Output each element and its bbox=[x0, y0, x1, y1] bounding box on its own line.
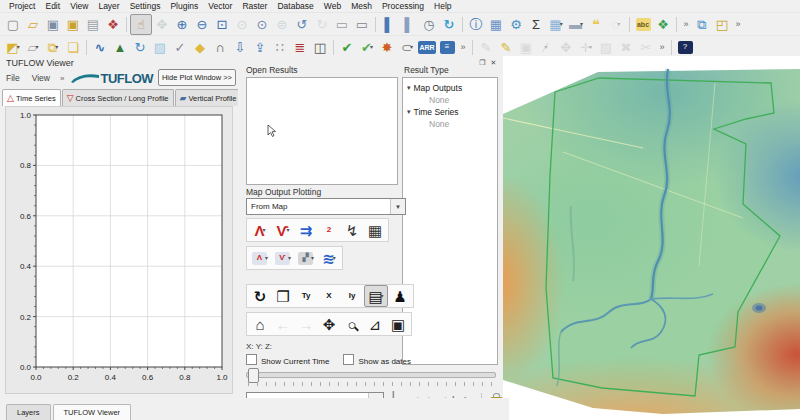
toolbar-overflow-icon[interactable]: » bbox=[732, 15, 744, 34]
new-bookmark-icon[interactable]: ▌ bbox=[379, 15, 399, 34]
tree-collapse-icon[interactable]: ▾ bbox=[407, 108, 411, 116]
map-tips-icon[interactable]: ❝ bbox=[586, 15, 606, 34]
plot-timeseries-icon[interactable]: Λ▾ bbox=[249, 220, 271, 240]
select-by-value-icon[interactable]: ⧉▾ bbox=[43, 38, 63, 57]
menu-vector[interactable]: Vector bbox=[203, 1, 237, 11]
field-calculator-icon[interactable]: ▦▾ bbox=[546, 15, 566, 34]
osm-plugin-icon[interactable]: ✸ bbox=[377, 38, 397, 57]
style-manager-icon[interactable]: ❖ bbox=[103, 15, 123, 34]
clear-plot-icon[interactable]: ❐ bbox=[272, 286, 294, 306]
menu-mesh[interactable]: Mesh bbox=[346, 1, 377, 11]
checkbox-icon[interactable] bbox=[246, 354, 257, 365]
new-project-icon[interactable]: ▢ bbox=[3, 15, 23, 34]
tuflow-menu-overflow[interactable]: » bbox=[56, 74, 68, 83]
map-canvas[interactable] bbox=[503, 56, 800, 420]
tree-node[interactable]: ▾Map Outputs bbox=[407, 82, 462, 94]
time-slider-handle[interactable] bbox=[248, 368, 259, 383]
legend-options-icon[interactable]: ▤▾ bbox=[364, 285, 388, 307]
dock-close-icon[interactable]: ✕ bbox=[489, 58, 498, 67]
checkbox-icon[interactable] bbox=[343, 354, 354, 365]
options-gear-icon[interactable]: ⚙ bbox=[506, 15, 526, 34]
python-console-icon[interactable]: ∿ bbox=[90, 38, 110, 57]
new-print-layout-icon[interactable]: ▤ bbox=[83, 15, 103, 34]
identify-features-icon[interactable]: ⓘ bbox=[466, 15, 486, 34]
menu-raster[interactable]: Raster bbox=[237, 1, 272, 11]
cursor-trace-icon[interactable]: ↯ bbox=[341, 220, 363, 240]
menu-view[interactable]: View bbox=[65, 1, 93, 11]
tuflow-menu-file[interactable]: File bbox=[0, 73, 26, 83]
temporal-controller-icon[interactable]: ◷ bbox=[419, 15, 439, 34]
attachment-icon[interactable]: ⊂▾ bbox=[397, 38, 417, 57]
menu-project[interactable]: Project bbox=[4, 1, 40, 11]
raster-terrain-icon[interactable]: ▲ bbox=[110, 38, 130, 57]
tab-cross-section-long-profile[interactable]: ▽Cross Section / Long Profile bbox=[62, 89, 174, 106]
menu-plugins[interactable]: Plugins bbox=[165, 1, 203, 11]
tree-node[interactable]: ▾Time Series bbox=[407, 106, 462, 118]
home-view-icon[interactable]: ⌂ bbox=[249, 314, 271, 334]
select-by-location-icon[interactable]: ❏ bbox=[63, 38, 83, 57]
select-features-icon[interactable]: ◩▾ bbox=[3, 38, 23, 57]
user-plot-icon[interactable]: ♟ bbox=[389, 286, 411, 306]
menu-settings[interactable]: Settings bbox=[125, 1, 166, 11]
pan-plot-icon[interactable]: ✥ bbox=[318, 314, 340, 334]
refresh-plot-icon[interactable]: ↻ bbox=[249, 286, 271, 306]
curtain-plot-icon[interactable]: ≋▾ bbox=[318, 248, 340, 268]
arr-plugin-icon[interactable]: ARR bbox=[417, 38, 437, 57]
stripes-legend-icon[interactable]: ≣ bbox=[290, 38, 310, 57]
plot-source-combo[interactable]: From Map ▼ bbox=[246, 198, 406, 215]
batch-timeseries-icon[interactable]: Λ▾ bbox=[249, 248, 271, 268]
menu-help[interactable]: Help bbox=[429, 1, 456, 11]
add-vector-layer-icon[interactable]: ⧉ bbox=[692, 15, 712, 34]
zoom-to-layer-icon[interactable]: ⊙ bbox=[252, 15, 272, 34]
zoom-out-icon[interactable]: ⊖ bbox=[192, 15, 212, 34]
toolbar-overflow-icon[interactable]: » bbox=[457, 38, 469, 57]
plot-cross-section-icon[interactable]: Ѵ▾ bbox=[272, 220, 294, 240]
axis-iy-icon[interactable]: Iy bbox=[341, 286, 363, 306]
axis-ty-icon[interactable]: Ty bbox=[295, 286, 317, 306]
time-slider[interactable] bbox=[246, 372, 496, 378]
tab-vertical-profile[interactable]: ▰Vertical Profile bbox=[175, 89, 238, 106]
secondary-axis-icon[interactable]: 2 bbox=[318, 220, 340, 240]
download-results-icon[interactable]: ⇩ bbox=[230, 38, 250, 57]
checkbox-show-as-dates[interactable]: Show as dates bbox=[343, 354, 410, 366]
menu-database[interactable]: Database bbox=[272, 1, 318, 11]
toolbar-overflow-icon[interactable]: » bbox=[656, 38, 668, 57]
zoom-last-icon[interactable]: ↺ bbox=[292, 15, 312, 34]
help-icon[interactable]: ? bbox=[675, 38, 695, 57]
open-results-list[interactable] bbox=[246, 77, 398, 185]
refresh-map-icon[interactable]: ↻ bbox=[439, 15, 459, 34]
tree-collapse-icon[interactable]: ▾ bbox=[407, 84, 411, 92]
combo-dropdown-icon[interactable]: ▼ bbox=[390, 199, 405, 214]
decorations-icon[interactable]: ❖ bbox=[653, 15, 673, 34]
raster-swatch-icon[interactable]: ◫ bbox=[310, 38, 330, 57]
shield-check-icon[interactable]: ✓ bbox=[170, 38, 190, 57]
save-project-as-icon[interactable]: ▣ bbox=[63, 15, 83, 34]
data-source-manager-icon[interactable]: ◰ bbox=[712, 15, 732, 34]
label-abc-icon[interactable]: abc bbox=[633, 15, 653, 34]
hide-plot-window-button[interactable]: Hide Plot Window >> bbox=[158, 69, 236, 86]
import-results-icon[interactable]: ⇪ bbox=[250, 38, 270, 57]
tuflow-menu-view[interactable]: View bbox=[26, 73, 56, 83]
checkbox-show-current-time[interactable]: Show Current Time bbox=[246, 354, 329, 366]
menu-processing[interactable]: Processing bbox=[377, 1, 429, 11]
1d-section-viewer-icon[interactable]: ▞▾ bbox=[295, 248, 317, 268]
open-project-icon[interactable]: ▱ bbox=[23, 15, 43, 34]
zoom-in-icon[interactable]: ⊕ bbox=[172, 15, 192, 34]
measure-icon[interactable]: ▬▾ bbox=[566, 15, 586, 34]
pan-map-icon[interactable]: ☝ bbox=[130, 14, 152, 35]
data-table-icon[interactable]: ▦ bbox=[364, 220, 386, 240]
tof-tools-icon[interactable]: ∷ bbox=[270, 38, 290, 57]
menu-web[interactable]: Web bbox=[319, 1, 346, 11]
dock-tab-tuflow-viewer[interactable]: TUFLOW Viewer bbox=[53, 404, 132, 420]
zoom-plot-icon[interactable]: ○ bbox=[341, 314, 363, 334]
attribute-table-icon[interactable]: ▦ bbox=[486, 15, 506, 34]
notes-icon[interactable]: ≡ bbox=[437, 38, 457, 57]
save-project-icon[interactable]: ▣ bbox=[43, 15, 63, 34]
batch-cross-section-icon[interactable]: Ѵ▾ bbox=[272, 248, 294, 268]
menu-edit[interactable]: Edit bbox=[40, 1, 65, 11]
dock-float-icon[interactable]: ❐ bbox=[478, 58, 487, 67]
new-layout-icon[interactable]: ▭ bbox=[332, 15, 352, 34]
map-themes-icon[interactable]: ▨ bbox=[150, 38, 170, 57]
layout-manager-icon[interactable]: ▭ bbox=[352, 15, 372, 34]
check-valid-icon[interactable]: ✔ bbox=[337, 38, 357, 57]
